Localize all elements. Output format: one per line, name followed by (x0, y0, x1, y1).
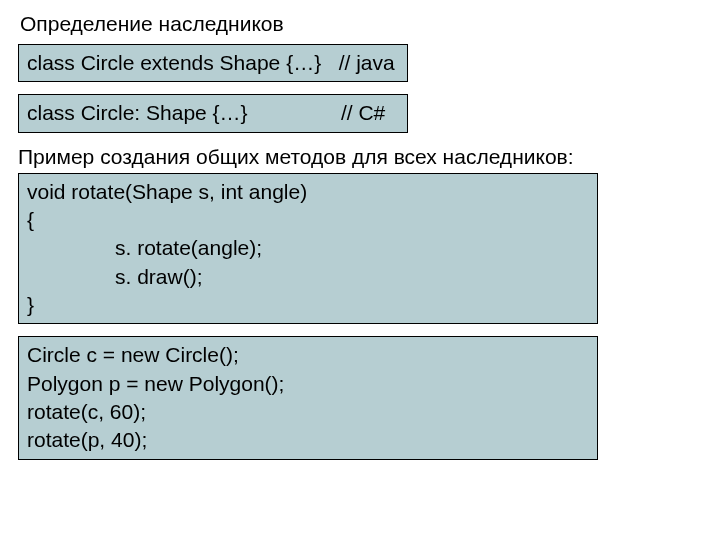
code-line: { (27, 206, 589, 234)
code-box-csharp: class Circle: Shape {…} // C# (18, 94, 408, 132)
code-line: s. rotate(angle); (27, 234, 589, 262)
code-line: Polygon p = new Polygon(); (27, 370, 589, 398)
code-line: void rotate(Shape s, int angle) (27, 178, 589, 206)
code-box-java: class Circle extends Shape {…} // java (18, 44, 408, 82)
code-line: } (27, 291, 589, 319)
code-box-method: void rotate(Shape s, int angle) { s. rot… (18, 173, 598, 325)
code-line: class Circle extends Shape {…} // java (27, 49, 399, 77)
code-line: Circle c = new Circle(); (27, 341, 589, 369)
section-subtitle: Пример создания общих методов для всех н… (18, 145, 702, 169)
code-line: class Circle: Shape {…} // C# (27, 99, 399, 127)
code-line: rotate(c, 60); (27, 398, 589, 426)
page-title: Определение наследников (20, 12, 702, 36)
code-box-usage: Circle c = new Circle(); Polygon p = new… (18, 336, 598, 459)
code-line: rotate(p, 40); (27, 426, 589, 454)
code-line: s. draw(); (27, 263, 589, 291)
